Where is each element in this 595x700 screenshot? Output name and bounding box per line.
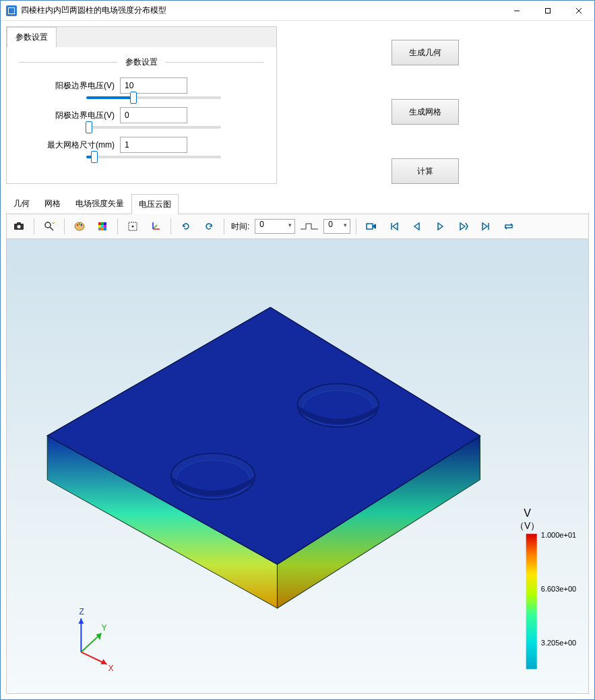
fit-view-icon[interactable] bbox=[123, 217, 142, 236]
svg-text:6.603e+00: 6.603e+00 bbox=[541, 585, 576, 593]
svg-rect-30 bbox=[526, 534, 537, 669]
cathode-voltage-input[interactable] bbox=[120, 107, 187, 123]
svg-text:（V）: （V） bbox=[515, 520, 540, 531]
step-waveform-icon bbox=[299, 221, 319, 232]
tab-voltage-cloud[interactable]: 电压云图 bbox=[131, 194, 179, 214]
model-slab bbox=[47, 307, 480, 608]
rotate-ccw-icon[interactable] bbox=[177, 217, 195, 236]
svg-point-7 bbox=[45, 222, 51, 228]
svg-point-11 bbox=[79, 223, 80, 224]
colormap-icon[interactable] bbox=[93, 217, 112, 236]
time-combo[interactable]: 0 bbox=[255, 219, 295, 234]
svg-rect-21 bbox=[104, 228, 106, 230]
record-icon[interactable] bbox=[362, 217, 381, 236]
svg-rect-18 bbox=[104, 225, 106, 228]
svg-marker-36 bbox=[47, 307, 480, 564]
svg-line-8 bbox=[50, 227, 53, 230]
tab-efield-vector[interactable]: 电场强度矢量 bbox=[68, 193, 131, 214]
svg-text:3.205e+00: 3.205e+00 bbox=[541, 639, 576, 647]
3d-viewport[interactable]: V （V） bbox=[6, 239, 589, 694]
svg-point-23 bbox=[132, 226, 134, 228]
svg-point-5 bbox=[18, 225, 21, 228]
tab-geometry[interactable]: 几何 bbox=[6, 193, 37, 214]
svg-rect-13 bbox=[98, 222, 101, 225]
loop-icon[interactable] bbox=[499, 217, 518, 236]
close-button[interactable] bbox=[563, 1, 594, 21]
svg-point-10 bbox=[77, 224, 78, 226]
cathode-voltage-slider[interactable] bbox=[86, 126, 221, 129]
anode-voltage-label: 阳极边界电压(V) bbox=[19, 80, 120, 92]
svg-rect-15 bbox=[104, 222, 106, 225]
svg-text:X: X bbox=[108, 664, 114, 673]
minimize-button[interactable] bbox=[501, 1, 532, 21]
svg-text:V: V bbox=[524, 507, 531, 519]
color-legend: V （V） bbox=[515, 507, 576, 669]
compute-button[interactable]: 计算 bbox=[392, 158, 459, 184]
palette-icon[interactable] bbox=[70, 217, 89, 236]
svg-rect-6 bbox=[17, 222, 21, 224]
axes-triad: Z X Y bbox=[78, 607, 113, 673]
generate-geometry-button[interactable]: 生成几何 bbox=[392, 40, 459, 65]
mesh-size-label: 最大网格尺寸(mm) bbox=[19, 139, 120, 151]
anode-voltage-slider[interactable] bbox=[86, 96, 221, 99]
svg-line-26 bbox=[153, 225, 157, 229]
axes-icon[interactable] bbox=[146, 217, 165, 236]
cathode-voltage-label: 阴极边界电压(V) bbox=[19, 110, 120, 121]
generate-mesh-button[interactable]: 生成网格 bbox=[392, 99, 459, 125]
mesh-size-slider[interactable] bbox=[86, 156, 221, 158]
vis-tab-strip: 几何 网格 电场强度矢量 电压云图 bbox=[6, 193, 589, 214]
svg-rect-14 bbox=[101, 222, 104, 225]
svg-rect-17 bbox=[101, 225, 104, 228]
next-frame-icon[interactable] bbox=[453, 217, 472, 236]
step-combo[interactable]: 0 bbox=[323, 219, 350, 234]
zoom-icon[interactable] bbox=[40, 217, 59, 236]
window-title: 四棱柱内内凹两圆柱的电场强度分布模型 bbox=[21, 5, 501, 16]
first-frame-icon[interactable] bbox=[385, 217, 404, 236]
prev-frame-icon[interactable] bbox=[408, 217, 427, 236]
svg-marker-42 bbox=[78, 618, 84, 624]
mesh-size-input[interactable] bbox=[120, 137, 187, 153]
play-icon[interactable] bbox=[431, 217, 449, 236]
svg-rect-1 bbox=[546, 8, 551, 13]
app-icon bbox=[6, 5, 17, 16]
param-tabset: 参数设置 参数设置 阳极边界电压(V) bbox=[6, 26, 277, 184]
viewer-toolbar: 时间: 0 0 bbox=[6, 214, 589, 239]
svg-rect-20 bbox=[101, 228, 104, 230]
maximize-button[interactable] bbox=[532, 1, 563, 21]
time-label: 时间: bbox=[230, 221, 251, 232]
svg-text:1.000e+01: 1.000e+01 bbox=[541, 531, 576, 539]
param-group-legend: 参数设置 bbox=[19, 57, 264, 68]
svg-rect-19 bbox=[98, 228, 101, 230]
svg-point-12 bbox=[81, 224, 82, 226]
tab-mesh[interactable]: 网格 bbox=[37, 193, 68, 214]
tab-params[interactable]: 参数设置 bbox=[7, 27, 57, 47]
svg-text:Y: Y bbox=[101, 623, 106, 633]
svg-rect-16 bbox=[98, 225, 101, 228]
titlebar: 四棱柱内内凹两圆柱的电场强度分布模型 bbox=[1, 1, 594, 21]
svg-rect-27 bbox=[367, 224, 373, 229]
last-frame-icon[interactable] bbox=[476, 217, 495, 236]
svg-text:Z: Z bbox=[79, 607, 84, 616]
screenshot-icon[interactable] bbox=[9, 217, 28, 236]
rotate-cw-icon[interactable] bbox=[199, 217, 218, 236]
